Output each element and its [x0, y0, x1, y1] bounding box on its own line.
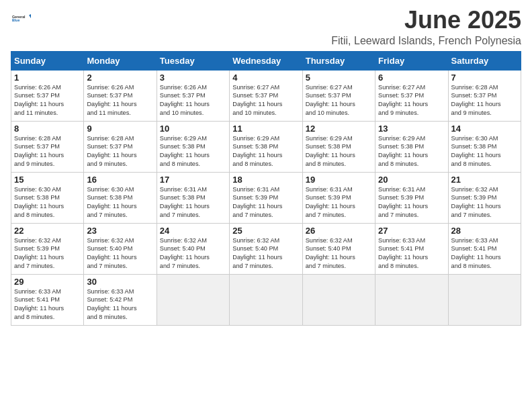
- day-info: Sunrise: 6:31 AM Sunset: 5:39 PM Dayligh…: [378, 185, 445, 220]
- day-info: Sunrise: 6:26 AM Sunset: 5:37 PM Dayligh…: [14, 83, 81, 118]
- day-info: Sunrise: 6:30 AM Sunset: 5:38 PM Dayligh…: [14, 185, 81, 220]
- day-number: 7: [451, 73, 518, 83]
- col-friday: Friday: [375, 51, 448, 70]
- day-number: 8: [14, 124, 81, 134]
- day-info: Sunrise: 6:28 AM Sunset: 5:37 PM Dayligh…: [14, 134, 81, 169]
- table-row: 29Sunrise: 6:33 AM Sunset: 5:41 PM Dayli…: [11, 274, 84, 325]
- day-number: 4: [232, 73, 299, 83]
- day-number: 20: [378, 175, 445, 185]
- logo-icon: General Blue: [12, 9, 31, 28]
- table-row: 27Sunrise: 6:33 AM Sunset: 5:41 PM Dayli…: [375, 223, 448, 274]
- day-number: 17: [160, 175, 226, 185]
- day-number: 16: [87, 175, 153, 185]
- location-title: Fitii, Leeward Islands, French Polynesia: [331, 35, 521, 47]
- table-row: [375, 274, 448, 325]
- day-info: Sunrise: 6:32 AM Sunset: 5:40 PM Dayligh…: [87, 236, 153, 271]
- calendar-week-row: 22Sunrise: 6:32 AM Sunset: 5:39 PM Dayli…: [11, 223, 521, 274]
- table-row: 11Sunrise: 6:29 AM Sunset: 5:38 PM Dayli…: [230, 121, 302, 172]
- col-wednesday: Wednesday: [230, 51, 302, 70]
- day-number: 1: [14, 73, 81, 83]
- day-number: 5: [306, 73, 372, 83]
- day-number: 25: [232, 226, 299, 236]
- day-number: 29: [14, 277, 81, 287]
- calendar-week-row: 29Sunrise: 6:33 AM Sunset: 5:41 PM Dayli…: [11, 274, 521, 325]
- day-number: 14: [451, 124, 518, 134]
- day-number: 19: [306, 175, 372, 185]
- day-number: 18: [232, 175, 299, 185]
- day-info: Sunrise: 6:33 AM Sunset: 5:41 PM Dayligh…: [378, 236, 445, 271]
- table-row: 24Sunrise: 6:32 AM Sunset: 5:40 PM Dayli…: [157, 223, 229, 274]
- day-number: 22: [14, 226, 81, 236]
- day-info: Sunrise: 6:32 AM Sunset: 5:39 PM Dayligh…: [451, 185, 518, 220]
- col-sunday: Sunday: [11, 51, 84, 70]
- table-row: 9Sunrise: 6:28 AM Sunset: 5:37 PM Daylig…: [84, 121, 157, 172]
- day-info: Sunrise: 6:27 AM Sunset: 5:37 PM Dayligh…: [378, 83, 445, 118]
- svg-text:Blue: Blue: [12, 18, 19, 22]
- day-number: 2: [87, 73, 153, 83]
- col-tuesday: Tuesday: [157, 51, 229, 70]
- table-row: [230, 274, 302, 325]
- calendar-table: Sunday Monday Tuesday Wednesday Thursday…: [11, 51, 521, 326]
- table-row: 14Sunrise: 6:30 AM Sunset: 5:38 PM Dayli…: [448, 121, 521, 172]
- table-row: 26Sunrise: 6:32 AM Sunset: 5:40 PM Dayli…: [302, 223, 375, 274]
- calendar-week-row: 1Sunrise: 6:26 AM Sunset: 5:37 PM Daylig…: [11, 70, 521, 121]
- day-number: 27: [378, 226, 445, 236]
- day-info: Sunrise: 6:29 AM Sunset: 5:38 PM Dayligh…: [378, 134, 445, 169]
- day-info: Sunrise: 6:28 AM Sunset: 5:37 PM Dayligh…: [451, 83, 518, 118]
- day-info: Sunrise: 6:29 AM Sunset: 5:38 PM Dayligh…: [160, 134, 226, 169]
- table-row: 12Sunrise: 6:29 AM Sunset: 5:38 PM Dayli…: [302, 121, 375, 172]
- day-number: 11: [232, 124, 299, 134]
- day-info: Sunrise: 6:31 AM Sunset: 5:39 PM Dayligh…: [306, 185, 372, 220]
- col-saturday: Saturday: [448, 51, 521, 70]
- table-row: 15Sunrise: 6:30 AM Sunset: 5:38 PM Dayli…: [11, 172, 84, 223]
- day-info: Sunrise: 6:26 AM Sunset: 5:37 PM Dayligh…: [87, 83, 153, 118]
- table-row: 4Sunrise: 6:27 AM Sunset: 5:37 PM Daylig…: [230, 70, 302, 121]
- day-info: Sunrise: 6:32 AM Sunset: 5:40 PM Dayligh…: [232, 236, 299, 271]
- day-number: 24: [160, 226, 226, 236]
- table-row: 16Sunrise: 6:30 AM Sunset: 5:38 PM Dayli…: [84, 172, 157, 223]
- table-row: 5Sunrise: 6:27 AM Sunset: 5:37 PM Daylig…: [302, 70, 375, 121]
- day-info: Sunrise: 6:32 AM Sunset: 5:40 PM Dayligh…: [306, 236, 372, 271]
- table-row: 25Sunrise: 6:32 AM Sunset: 5:40 PM Dayli…: [230, 223, 302, 274]
- day-info: Sunrise: 6:27 AM Sunset: 5:37 PM Dayligh…: [306, 83, 372, 118]
- day-number: 30: [87, 277, 153, 287]
- table-row: 19Sunrise: 6:31 AM Sunset: 5:39 PM Dayli…: [302, 172, 375, 223]
- day-info: Sunrise: 6:32 AM Sunset: 5:40 PM Dayligh…: [160, 236, 226, 271]
- day-info: Sunrise: 6:33 AM Sunset: 5:42 PM Dayligh…: [87, 287, 153, 322]
- month-title: June 2025: [331, 7, 521, 34]
- table-row: [302, 274, 375, 325]
- calendar-week-row: 15Sunrise: 6:30 AM Sunset: 5:38 PM Dayli…: [11, 172, 521, 223]
- table-row: 1Sunrise: 6:26 AM Sunset: 5:37 PM Daylig…: [11, 70, 84, 121]
- table-row: 7Sunrise: 6:28 AM Sunset: 5:37 PM Daylig…: [448, 70, 521, 121]
- day-info: Sunrise: 6:26 AM Sunset: 5:37 PM Dayligh…: [160, 83, 226, 118]
- day-info: Sunrise: 6:31 AM Sunset: 5:39 PM Dayligh…: [232, 185, 299, 220]
- table-row: 22Sunrise: 6:32 AM Sunset: 5:39 PM Dayli…: [11, 223, 84, 274]
- day-number: 28: [451, 226, 518, 236]
- day-info: Sunrise: 6:31 AM Sunset: 5:38 PM Dayligh…: [160, 185, 226, 220]
- header: General Blue June 2025 Fitii, Leeward Is…: [11, 7, 521, 47]
- day-number: 3: [160, 73, 226, 83]
- day-info: Sunrise: 6:30 AM Sunset: 5:38 PM Dayligh…: [451, 134, 518, 169]
- day-info: Sunrise: 6:33 AM Sunset: 5:41 PM Dayligh…: [451, 236, 518, 271]
- day-number: 26: [306, 226, 372, 236]
- table-row: [157, 274, 229, 325]
- day-number: 6: [378, 73, 445, 83]
- day-number: 9: [87, 124, 153, 134]
- day-number: 15: [14, 175, 81, 185]
- day-number: 12: [306, 124, 372, 134]
- table-row: 20Sunrise: 6:31 AM Sunset: 5:39 PM Dayli…: [375, 172, 448, 223]
- day-number: 21: [451, 175, 518, 185]
- svg-text:General: General: [12, 15, 26, 19]
- day-info: Sunrise: 6:30 AM Sunset: 5:38 PM Dayligh…: [87, 185, 153, 220]
- table-row: 17Sunrise: 6:31 AM Sunset: 5:38 PM Dayli…: [157, 172, 229, 223]
- table-row: 8Sunrise: 6:28 AM Sunset: 5:37 PM Daylig…: [11, 121, 84, 172]
- table-row: 21Sunrise: 6:32 AM Sunset: 5:39 PM Dayli…: [448, 172, 521, 223]
- table-row: 13Sunrise: 6:29 AM Sunset: 5:38 PM Dayli…: [375, 121, 448, 172]
- day-number: 10: [160, 124, 226, 134]
- table-row: [448, 274, 521, 325]
- calendar-header-row: Sunday Monday Tuesday Wednesday Thursday…: [11, 51, 521, 70]
- col-monday: Monday: [84, 51, 157, 70]
- day-number: 23: [87, 226, 153, 236]
- logo: General Blue: [11, 9, 31, 28]
- day-info: Sunrise: 6:29 AM Sunset: 5:38 PM Dayligh…: [232, 134, 299, 169]
